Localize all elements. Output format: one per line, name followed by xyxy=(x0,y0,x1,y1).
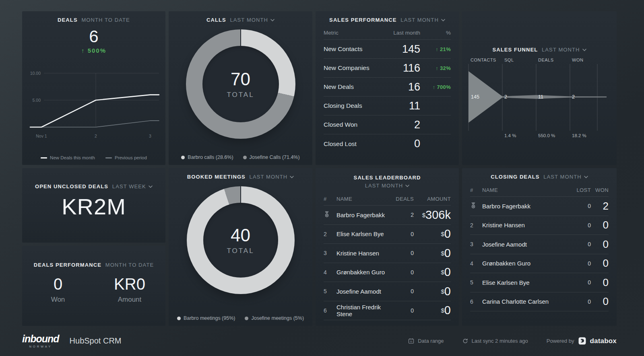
donut-center-value: 40 xyxy=(231,225,250,245)
table-row: 4Grønbakken Guro0$0 xyxy=(324,263,451,282)
funnel-segment xyxy=(502,95,536,99)
chevron-down-icon xyxy=(290,176,294,178)
rank-cell: 2 xyxy=(470,222,482,228)
period-dropdown[interactable]: LAST MONTH xyxy=(228,17,275,23)
metric-name: New Contacts xyxy=(324,45,383,53)
metric-value: 2 xyxy=(383,119,420,131)
chevron-down-icon xyxy=(405,185,409,187)
data-range-label: Data range xyxy=(418,338,444,344)
period-dropdown[interactable]: LAST MONTH xyxy=(248,174,294,180)
powered-by-label: Powered by xyxy=(547,338,574,344)
split-column: OPEN UNCLOSED DEALS LAST WEEK KR2M DEALS… xyxy=(22,168,165,326)
won-cell: 0 xyxy=(591,276,609,289)
lost-cell: 0 xyxy=(572,298,591,305)
name-cell: Barbro Fagerbakk xyxy=(336,212,390,218)
legend-item: Barbro calls (28.6%) xyxy=(181,154,233,160)
kpi-row: 0 Won KR0 Amount xyxy=(22,275,165,304)
period-label: MONTH TO DATE xyxy=(105,262,154,268)
legend-swatch xyxy=(41,157,47,158)
donut-center-value: 70 xyxy=(231,69,250,89)
table-row: 3Kristine Hansen0$0 xyxy=(324,244,451,263)
card-subheader: LAST MONTH xyxy=(316,183,459,189)
card-closing-deals: CLOSING DEALS LAST MONTH #NAMELOSTWONBar… xyxy=(462,168,617,326)
sync-icon[interactable] xyxy=(462,338,468,344)
period-dropdown[interactable]: LAST MONTH xyxy=(540,47,586,53)
card-header: DEALS PERFORMANCE MONTH TO DATE xyxy=(22,262,165,268)
deals-cell: 0 xyxy=(390,307,414,314)
amount-cell: $0 xyxy=(414,265,451,279)
period-dropdown[interactable]: LAST MONTH xyxy=(365,183,410,189)
data-range-button[interactable]: 31 Data range xyxy=(408,338,444,344)
period-label: LAST MONTH xyxy=(543,174,582,180)
table-row: 3Josefine Aamodt00 xyxy=(470,235,609,254)
lost-cell: 0 xyxy=(572,203,591,209)
metric-label: Amount xyxy=(94,296,165,304)
funnel-stage-value: 145 xyxy=(471,94,479,100)
rank-cell: 6 xyxy=(470,298,482,305)
name-cell: Josefine Aamodt xyxy=(336,288,390,295)
won-cell: 0 xyxy=(591,295,609,308)
metric-value: 0 xyxy=(383,138,420,150)
delta-badge: ↑ 500% xyxy=(22,47,165,54)
funnel-stage-label: CONTACTS xyxy=(471,58,496,62)
deals-cell: 0 xyxy=(390,231,414,237)
table-row: New Contacts145↑ 21% xyxy=(324,40,451,59)
name-cell: Carina Charlotte Carlsen xyxy=(482,298,572,305)
legend-swatch xyxy=(243,156,247,159)
svg-text:31: 31 xyxy=(410,340,413,343)
inbound-logo-text: inbound xyxy=(22,334,59,344)
chevron-down-icon xyxy=(270,19,275,21)
column-won: WON xyxy=(591,187,609,193)
card-title: OPEN UNCLOSED DEALS xyxy=(35,183,108,189)
x-axis-tick-label: 2 xyxy=(95,134,97,138)
name-cell: Christian Fredrik Stene xyxy=(336,304,390,317)
last-sync-status: Last sync 2 minutes ago xyxy=(462,338,528,344)
name-cell: Kristine Hansen xyxy=(336,250,390,257)
donut-slice-divider xyxy=(240,186,241,203)
rank-cell: 3 xyxy=(324,250,336,256)
period-dropdown[interactable]: LAST MONTH xyxy=(541,174,588,180)
column-name: NAME xyxy=(482,187,572,193)
name-cell: Kristine Hansen xyxy=(482,222,572,228)
powered-by-databox[interactable]: Powered by databox xyxy=(547,337,617,345)
deals-cell: 0 xyxy=(390,269,414,276)
funnel-stage-value: 11 xyxy=(538,94,543,100)
period-dropdown[interactable]: LAST MONTH xyxy=(398,17,445,23)
rank-cell: 4 xyxy=(324,269,336,276)
metric-value: 0 xyxy=(22,275,94,293)
metric-label: Won xyxy=(22,296,94,304)
databox-wordmark: databox xyxy=(590,337,617,345)
metric-name: Closed Lost xyxy=(324,140,383,148)
donut-chart: 70 TOTAL xyxy=(186,29,295,139)
period-label: LAST MONTH xyxy=(230,17,268,23)
rank-cell: 4 xyxy=(470,260,482,267)
rank-cell xyxy=(470,202,482,210)
card-header: OPEN UNCLOSED DEALS LAST WEEK xyxy=(35,183,153,189)
x-axis-tick-label: 3 xyxy=(149,134,151,138)
rank-cell: 5 xyxy=(470,279,482,286)
rank-cell xyxy=(324,211,336,219)
period-dropdown[interactable]: LAST WEEK xyxy=(110,183,153,189)
table-row: 5Elise Karlsen Bye00 xyxy=(470,273,609,292)
table-row: 6Carina Charlotte Carlsen00 xyxy=(470,292,609,312)
card-title: SALES PERFORMANCE xyxy=(329,17,397,23)
metric-value: 6 xyxy=(22,27,165,46)
card-header: CLOSING DEALS LAST MONTH xyxy=(462,174,617,180)
last-sync-label: Last sync 2 minutes ago xyxy=(472,338,528,344)
funnel-tail xyxy=(570,96,607,97)
rank-cell: 3 xyxy=(470,241,482,247)
footer-right: 31 Data range Last sync 2 minutes ago Po… xyxy=(408,337,617,345)
card-title: BOOKED MEETINGS xyxy=(187,174,246,180)
amount-cell: $0 xyxy=(414,247,451,260)
funnel-stage-pct: 18.2 % xyxy=(572,133,586,138)
metric-delta: ↑ 21% xyxy=(420,46,451,52)
legend-label: Previous period xyxy=(115,155,147,160)
table-row: Closed Won2 xyxy=(324,115,451,134)
footer: inbound NORWAY HubSpot CRM 31 Data range… xyxy=(0,326,644,356)
card-calls: CALLS LAST MONTH 70 TOTAL Barbro calls (… xyxy=(169,11,312,165)
amount-cell: $0 xyxy=(414,304,451,317)
column-rank: # xyxy=(470,187,482,193)
lost-cell: 0 xyxy=(572,222,591,228)
table-row: Closing Deals11 xyxy=(324,97,451,115)
legend-item: Josefine Calls (71.4%) xyxy=(243,154,300,160)
